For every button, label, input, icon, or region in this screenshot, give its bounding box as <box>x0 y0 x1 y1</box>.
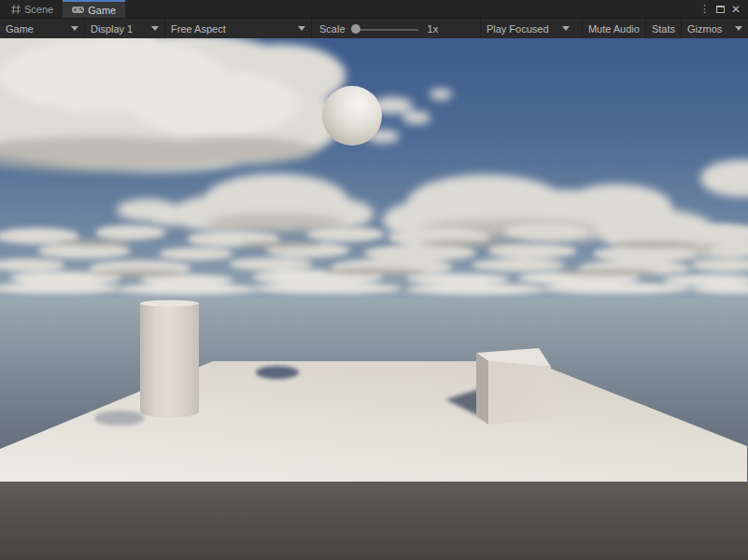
tab-strip: Scene Game ⋮ ✕ <box>0 0 748 18</box>
mute-audio-button[interactable]: Mute Audio <box>583 19 646 38</box>
play-focused-dropdown[interactable]: Play Focused <box>480 19 583 38</box>
sphere-shadow <box>256 366 299 379</box>
scale-slider[interactable] <box>351 19 418 38</box>
tab-scene-label: Scene <box>24 4 53 15</box>
game-view-toolbar: Game Display 1 Free Aspect Scale 1x Play… <box>0 18 748 38</box>
chevron-down-icon <box>562 26 570 31</box>
scale-control: Scale 1x <box>312 19 445 38</box>
tab-game[interactable]: Game <box>63 0 125 18</box>
stats-button[interactable]: Stats <box>646 19 682 38</box>
chevron-down-icon <box>735 26 742 31</box>
game-render <box>0 38 748 560</box>
ground <box>0 482 748 560</box>
tab-scene[interactable]: Scene <box>2 0 63 18</box>
cylinder <box>140 301 199 418</box>
chevron-down-icon <box>71 26 78 31</box>
tabbar-spacer <box>125 0 699 18</box>
pane-menu-icon[interactable]: ⋮ <box>699 4 710 14</box>
chevron-down-icon <box>298 26 305 31</box>
maximize-icon[interactable] <box>716 6 725 13</box>
cube <box>476 348 551 425</box>
scale-label: Scale <box>319 23 346 35</box>
scale-value: 1x <box>424 23 439 35</box>
slider-track <box>355 29 418 31</box>
game-viewport[interactable] <box>0 38 748 560</box>
gizmos-dropdown[interactable]: Gizmos <box>682 19 748 38</box>
gamepad-icon <box>72 6 84 14</box>
sphere <box>322 86 382 146</box>
game-target-dropdown[interactable]: Game <box>0 19 85 38</box>
cylinder-shadow <box>94 411 145 426</box>
window-controls: ⋮ ✕ <box>699 0 748 18</box>
display-dropdown[interactable]: Display 1 <box>85 19 165 38</box>
slider-thumb[interactable] <box>351 24 360 34</box>
unity-game-window: Scene Game ⋮ ✕ Game Display 1 Free Aspec… <box>0 0 748 560</box>
chevron-down-icon <box>151 26 159 31</box>
scene-grid-icon <box>11 5 21 14</box>
tab-game-label: Game <box>88 5 116 16</box>
close-icon[interactable]: ✕ <box>731 4 741 15</box>
aspect-ratio-dropdown[interactable]: Free Aspect <box>165 19 312 38</box>
